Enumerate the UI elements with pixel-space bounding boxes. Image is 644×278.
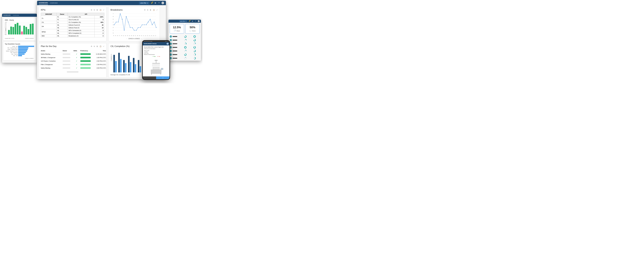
svg-line-65 bbox=[153, 63, 154, 66]
oee-prev[interactable]: ‹ bbox=[24, 38, 25, 39]
donut-icon bbox=[194, 39, 196, 41]
card-copy-icon[interactable]: ⧉ bbox=[94, 9, 95, 11]
tab-dashboard[interactable]: DASHBOARD bbox=[39, 2, 48, 5]
pass-button[interactable]: Pass bbox=[152, 56, 156, 57]
breakdowns-chart: 012345672/242/252/262/272/283/13/23/33/4… bbox=[110, 13, 158, 36]
breakdowns-next[interactable]: › bbox=[141, 38, 142, 39]
gear-icon[interactable]: ⚙ bbox=[154, 2, 156, 4]
proficiency-bar bbox=[80, 53, 91, 55]
cil-bar-group bbox=[118, 53, 122, 72]
oee-chart: OEE % 100.0 95.0 90.0 85.0 80.0 75.0 70.… bbox=[5, 22, 34, 36]
plan-row[interactable]: 123 Packer | Centerline✓2:00 PM (CST) bbox=[41, 59, 104, 63]
plan-row[interactable]: Safety Meeting✓4:00 PM (CST) bbox=[41, 66, 104, 70]
card-trash-icon[interactable]: 🗑 bbox=[96, 9, 98, 11]
oee-bar bbox=[32, 24, 34, 35]
machine-image bbox=[146, 58, 166, 75]
kpi-row: DHMLDefects Found (#)26 bbox=[41, 24, 104, 27]
role-badge: SU bbox=[170, 36, 172, 38]
mobile-device: JOYE | BOTTLE FILLER 10:20 ᯤ ▮ WORKORDER… bbox=[143, 41, 170, 79]
avatar[interactable]: AG bbox=[162, 2, 164, 4]
card-expand-icon[interactable]: ⤢ bbox=[156, 9, 158, 11]
breakdowns-prev[interactable]: ‹ bbox=[126, 38, 127, 39]
svg-text:3/12: 3/12 bbox=[144, 35, 146, 36]
fail-button[interactable]: Fail bbox=[157, 56, 160, 57]
svg-text:2/27: 2/27 bbox=[118, 35, 120, 36]
card-expand-icon[interactable]: ⤢ bbox=[103, 45, 104, 47]
card-clipboard-icon[interactable]: 📋 bbox=[153, 9, 155, 11]
card-clipboard-icon[interactable]: 📋 bbox=[100, 45, 102, 47]
svg-text:3/7: 3/7 bbox=[135, 35, 136, 36]
card-copy-icon[interactable]: ⧉ bbox=[94, 45, 95, 47]
cil-bar-group bbox=[133, 58, 136, 72]
role-badge: SU bbox=[170, 43, 172, 45]
mobile-statusbar: JOYE | BOTTLE FILLER 10:20 ᯤ ▮ bbox=[143, 41, 170, 42]
card-trash-icon[interactable]: 🗑 bbox=[150, 9, 151, 11]
stat-basic[interactable]: 12.5% Basic bbox=[170, 24, 184, 34]
card-gear-icon[interactable]: ⚙ bbox=[144, 9, 146, 11]
role-badge: SU bbox=[170, 54, 172, 56]
user-icon[interactable]: 👤 bbox=[167, 43, 168, 45]
filter-dropdown[interactable]: select filter ▾ bbox=[139, 2, 149, 5]
svg-line-71 bbox=[159, 63, 160, 66]
bolt-icon[interactable]: ⚡ bbox=[151, 2, 153, 4]
name-placeholder bbox=[172, 47, 177, 48]
oee-bar bbox=[28, 29, 29, 35]
filter-dropdown-right[interactable]: select filter▾ bbox=[179, 20, 187, 22]
role-badge: SU bbox=[170, 39, 172, 41]
svg-text:3/8: 3/8 bbox=[137, 35, 138, 36]
chevron-down-icon: ▾ bbox=[147, 2, 148, 4]
plan-row[interactable]: Filler | Changeover✓2:30 PM (CST) bbox=[41, 63, 104, 66]
proficiency-matrix: SUSUSUSUSUSUSU bbox=[170, 35, 200, 59]
card-trash-icon[interactable]: 🗑 bbox=[96, 45, 98, 47]
donut-icon bbox=[194, 35, 196, 38]
help-icon[interactable]: ？ bbox=[158, 2, 160, 4]
card-clipboard-icon[interactable]: 📋 bbox=[100, 9, 102, 11]
plan-row[interactable]: Safety Meeting✓11:00 AM (CST) bbox=[41, 52, 104, 56]
tab-dashboard-left[interactable]: DASHBOARD bbox=[3, 15, 11, 17]
tab-overview[interactable]: OVERVIEW bbox=[50, 2, 58, 4]
donut-icon bbox=[184, 43, 186, 45]
oee-bar bbox=[17, 23, 18, 35]
matrix-row: SU bbox=[170, 39, 200, 41]
card-gear-icon[interactable]: ⚙ bbox=[91, 9, 92, 11]
donut-icon bbox=[184, 35, 186, 38]
svg-point-19 bbox=[120, 14, 120, 14]
svg-text:6: 6 bbox=[113, 16, 114, 17]
svg-line-66 bbox=[154, 63, 155, 66]
downtime-row: Filler - Cleaning Required bbox=[5, 47, 34, 49]
breakdowns-card: Breakdowns ⚙ ⧉ 🗑 📋 ⤢ 012345672/242/252/2… bbox=[108, 7, 160, 41]
check-icon: ✓ bbox=[74, 67, 80, 69]
plan-row[interactable]: 3M Matic | Changeover✓1:00 PM (CST) bbox=[41, 56, 104, 59]
svg-line-68 bbox=[156, 63, 156, 66]
svg-text:3/11: 3/11 bbox=[142, 35, 144, 36]
cil-bar-group bbox=[123, 60, 126, 72]
breakdowns-title: Breakdowns bbox=[110, 9, 122, 11]
tab-overview-left[interactable]: OVERVIEW bbox=[13, 15, 19, 16]
card-gear-icon[interactable]: ⚙ bbox=[91, 45, 92, 47]
bolt-icon[interactable]: ⚡ bbox=[188, 20, 190, 22]
help-icon[interactable]: ？ bbox=[195, 20, 196, 22]
mobile-back[interactable] bbox=[143, 76, 156, 79]
oee-next[interactable]: › bbox=[34, 38, 34, 39]
role-badge: SU bbox=[170, 46, 172, 48]
svg-point-28 bbox=[138, 27, 138, 28]
card-expand-icon[interactable]: ⤢ bbox=[103, 9, 104, 11]
downtime-prev[interactable]: ‹ bbox=[24, 58, 25, 59]
donut-icon bbox=[189, 30, 192, 32]
downtime-next[interactable]: › bbox=[34, 58, 34, 59]
card-copy-icon[interactable]: ⧉ bbox=[147, 9, 148, 11]
donut-icon bbox=[184, 39, 186, 41]
gear-icon[interactable]: ⚙ bbox=[192, 20, 193, 22]
svg-rect-60 bbox=[151, 70, 161, 74]
plan-card: Plan for the Day ⚙ ⧉ 🗑 📋 ⤢ Action Owner … bbox=[39, 43, 106, 77]
stat-cards: 12.5% Basic 50% None bbox=[170, 24, 200, 34]
svg-point-20 bbox=[122, 19, 122, 20]
stat-none[interactable]: 50% None bbox=[185, 24, 200, 34]
owner-bar bbox=[62, 64, 70, 65]
svg-rect-73 bbox=[155, 60, 158, 61]
avatar-right[interactable]: AG bbox=[198, 20, 200, 22]
scroll-indicator[interactable] bbox=[67, 72, 78, 72]
donut-icon bbox=[194, 46, 196, 49]
kpi-card: KPIs ⚙ ⧉ 🗑 📋 ⤢ DMS/SWP Owner KPI bbox=[39, 7, 106, 41]
mobile-next[interactable]: → bbox=[156, 76, 170, 79]
